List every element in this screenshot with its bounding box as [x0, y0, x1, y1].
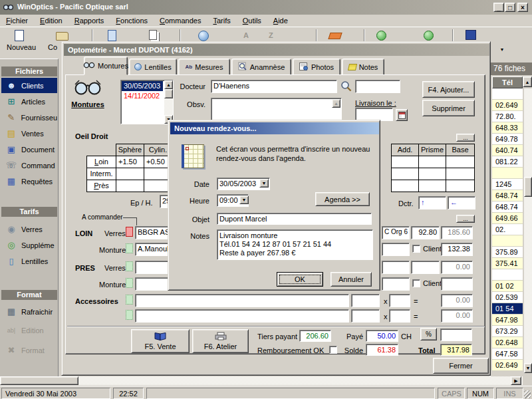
- sidebar-item-fournisseurs[interactable]: ✎ Fournisseu: [1, 110, 57, 125]
- paye-value[interactable]: 50.00: [366, 330, 398, 342]
- open-folder-icon[interactable]: [56, 32, 68, 41]
- heure-combo-arrow[interactable]: ▼: [239, 196, 249, 204]
- eraser-icon[interactable]: [328, 33, 342, 39]
- objet-input[interactable]: Dupont Marcel: [217, 213, 372, 225]
- sphere-icon[interactable]: [198, 31, 209, 41]
- accessoire2-prix-unitaire[interactable]: [351, 309, 380, 323]
- save-disk-icon[interactable]: [466, 30, 476, 40]
- add-cell[interactable]: [391, 156, 419, 168]
- f5-vente-button[interactable]: F5. Vente: [131, 329, 190, 353]
- loin-monture-prix[interactable]: 132.38: [441, 243, 473, 256]
- tel-row[interactable]: 02.: [492, 224, 523, 235]
- magnifier-icon[interactable]: [340, 80, 352, 94]
- docteur-input[interactable]: D'Haenens: [211, 80, 337, 93]
- accessoire1-quantite[interactable]: [389, 294, 410, 307]
- percent-button[interactable]: %: [420, 328, 437, 340]
- tel-row[interactable]: 72.80.: [492, 111, 523, 122]
- tel-row-selected[interactable]: 01 54: [492, 303, 523, 315]
- pres-verres-achat[interactable]: [411, 261, 440, 274]
- hscrollbar-thumb[interactable]: [0, 376, 78, 385]
- pres-verres-input[interactable]: [135, 261, 172, 274]
- livraison-input[interactable]: [355, 108, 393, 121]
- fermer-button[interactable]: Fermer: [433, 358, 489, 374]
- interm-sphere-cell[interactable]: [116, 168, 144, 180]
- loin-monture-client-checkbox[interactable]: [412, 245, 420, 253]
- maximize-button[interactable]: □: [505, 3, 515, 12]
- tel-row[interactable]: 02.649: [492, 100, 523, 111]
- menu-aide[interactable]: Aide: [267, 15, 294, 26]
- pres-monture-prix[interactable]: [441, 277, 473, 291]
- sidebar-item-format[interactable]: ✖ Format: [1, 342, 57, 358]
- livraison-calendar-button[interactable]: [396, 109, 408, 121]
- loin-verres-commander-checkbox[interactable]: [126, 227, 133, 237]
- tel-vscrollbar-thumb[interactable]: [524, 177, 532, 197]
- tel-row[interactable]: 649.66: [492, 213, 523, 224]
- toolbar-dropdown-icon[interactable]: ▼: [497, 45, 507, 54]
- loin-monture-input[interactable]: A.Manouk: [135, 243, 172, 256]
- accessoire1-input[interactable]: [135, 294, 349, 307]
- sidebar-item-articles[interactable]: ⊞ Articles: [1, 94, 57, 109]
- pres-sphere-cell[interactable]: [116, 180, 144, 192]
- f4-ajouter-button[interactable]: F4. Ajouter...: [422, 81, 475, 98]
- accessoire1-prix-unitaire[interactable]: [351, 294, 380, 307]
- tab-mesures[interactable]: Ab Mesures: [178, 59, 230, 75]
- date-item-selected[interactable]: 30/05/2003: [122, 81, 163, 91]
- tel-row[interactable]: 1245: [492, 179, 523, 190]
- prisme-cell[interactable]: [418, 168, 446, 180]
- pres-monture-input[interactable]: [135, 277, 172, 291]
- tab-montures[interactable]: Montures: [84, 57, 128, 75]
- add-cell[interactable]: [391, 180, 419, 192]
- tab-lentilles[interactable]: Lentilles: [129, 59, 177, 75]
- document-icon[interactable]: [108, 30, 116, 41]
- supprimer-button[interactable]: Supprimer: [422, 100, 475, 116]
- remboursement-checkbox[interactable]: [329, 346, 337, 354]
- agenda-button[interactable]: Agenda >>: [315, 192, 370, 206]
- dctr-up-field[interactable]: ↑: [418, 196, 446, 209]
- menu-edition[interactable]: Edition: [34, 15, 68, 26]
- new-file-icon[interactable]: [15, 30, 24, 41]
- sort-z-icon[interactable]: Z: [269, 31, 273, 39]
- loin-monture-field[interactable]: [382, 243, 410, 256]
- menu-tarifs[interactable]: Tarifs: [207, 15, 236, 26]
- tel-row[interactable]: 648.74: [492, 190, 523, 201]
- base-cell[interactable]: [446, 168, 475, 180]
- accessoire2-input[interactable]: [135, 309, 349, 323]
- tel-row[interactable]: 02.648: [492, 337, 523, 348]
- tel-row[interactable]: 375.89: [492, 247, 523, 258]
- tel-row[interactable]: 081.22: [492, 156, 523, 168]
- f6-atelier-button[interactable]: F6. Atelier: [192, 329, 249, 353]
- loin-monture-commander-checkbox[interactable]: [126, 243, 133, 253]
- toolbar-nouveau-label[interactable]: Nouveau: [5, 43, 37, 51]
- accessoire2-commander-checkbox[interactable]: [126, 310, 133, 320]
- dots-button-top[interactable]: ...: [456, 134, 475, 142]
- pres-monture-commander-checkbox[interactable]: [126, 278, 133, 288]
- green-button-icon-2[interactable]: [424, 31, 434, 41]
- close-button[interactable]: ×: [517, 3, 528, 12]
- tel-row[interactable]: 375.41: [492, 258, 523, 269]
- loin-verres-input[interactable]: BBGR AS: [135, 226, 172, 239]
- tel-row[interactable]: 02.539: [492, 292, 523, 303]
- sidebar-item-verres[interactable]: ◉ Verres: [1, 221, 57, 237]
- percent-value-field[interactable]: [440, 329, 472, 341]
- tel-vscrollbar-track[interactable]: [524, 88, 532, 363]
- menu-rapports[interactable]: Rapports: [68, 15, 110, 26]
- loin-sphere-cell[interactable]: +1.50: [116, 156, 144, 168]
- sidebar-item-ventes[interactable]: ▤ Ventes: [1, 126, 57, 141]
- obsv-scroll-up[interactable]: ▲: [332, 99, 340, 108]
- tel-row[interactable]: [492, 88, 523, 100]
- tab-notes[interactable]: Notes: [342, 59, 384, 75]
- pres-verres-fournisseur[interactable]: [382, 261, 410, 274]
- toolbar-co-label[interactable]: Co: [48, 43, 57, 51]
- sidebar-item-documents[interactable]: ▣ Document: [1, 142, 57, 157]
- tel-row[interactable]: 648.74: [492, 201, 523, 213]
- sidebar-item-requetes[interactable]: ▦ Requêtes: [1, 174, 57, 189]
- green-button-icon-1[interactable]: [376, 31, 386, 41]
- menu-commandes[interactable]: Commandes: [154, 15, 207, 26]
- tel-column-header[interactable]: Tél: [492, 76, 523, 88]
- tab-anamnese[interactable]: Anamnèse: [231, 59, 291, 75]
- loin-verres-achat[interactable]: 92.80: [411, 226, 440, 239]
- base-cell[interactable]: [446, 180, 475, 192]
- tel-row[interactable]: 01 02: [492, 281, 523, 292]
- tel-row[interactable]: 647.58: [492, 348, 523, 360]
- app-icon[interactable]: [3, 2, 14, 13]
